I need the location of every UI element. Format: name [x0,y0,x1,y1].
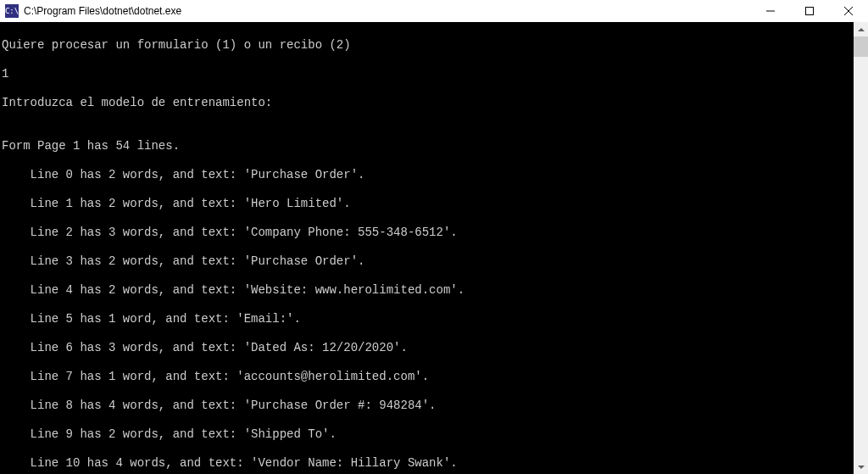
console-line: Line 8 has 4 words, and text: 'Purchase … [2,399,852,413]
svg-rect-1 [806,8,814,15]
console-line: Line 1 has 2 words, and text: 'Hero Limi… [2,197,852,211]
svg-marker-4 [858,28,865,31]
app-icon: C:\ [5,4,19,18]
console-line: Line 0 has 2 words, and text: 'Purchase … [2,168,852,182]
console-line: Line 6 has 3 words, and text: 'Dated As:… [2,341,852,355]
console-line: Line 7 has 1 word, and text: 'accounts@h… [2,370,852,384]
window-controls [751,0,868,22]
scroll-down-arrow[interactable] [854,460,868,474]
console-line: Line 3 has 2 words, and text: 'Purchase … [2,254,852,269]
svg-marker-5 [858,466,865,469]
window-title: C:\Program Files\dotnet\dotnet.exe [24,5,751,17]
scroll-up-arrow[interactable] [854,22,868,36]
console-line: Line 10 has 4 words, and text: 'Vendor N… [2,456,852,471]
maximize-button[interactable] [790,0,829,22]
console-line: Line 2 has 3 words, and text: 'Company P… [2,226,852,240]
console-line: Line 5 has 1 word, and text: 'Email:'. [2,312,852,326]
console-line: Introduzca el modelo de entrenamiento: [2,96,852,110]
console-line: 1 [2,67,852,81]
minimize-button[interactable] [751,0,790,22]
console-line: Line 9 has 2 words, and text: 'Shipped T… [2,427,852,442]
vertical-scrollbar[interactable] [854,22,868,474]
scroll-track[interactable] [854,36,868,460]
console-line: Form Page 1 has 54 lines. [2,139,852,153]
console-line: Line 4 has 2 words, and text: 'Website: … [2,283,852,298]
scroll-thumb[interactable] [854,36,868,57]
console-wrapper: Quiere procesar un formulario (1) o un r… [0,22,868,474]
console-line: Quiere procesar un formulario (1) o un r… [2,38,852,53]
close-button[interactable] [829,0,868,22]
console-output[interactable]: Quiere procesar un formulario (1) o un r… [0,22,854,474]
title-bar: C:\ C:\Program Files\dotnet\dotnet.exe [0,0,868,22]
